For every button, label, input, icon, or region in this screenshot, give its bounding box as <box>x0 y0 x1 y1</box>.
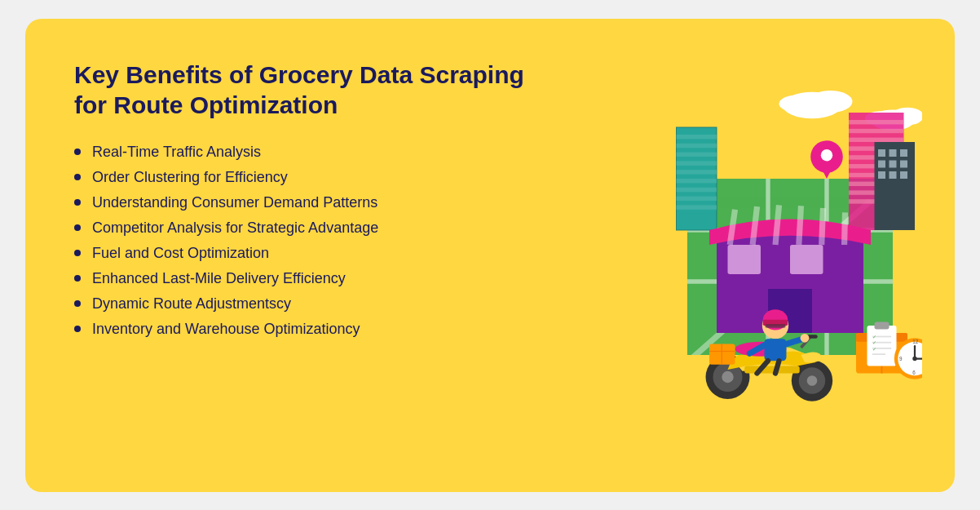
svg-point-75 <box>912 356 916 360</box>
svg-rect-96 <box>765 324 785 328</box>
svg-rect-25 <box>849 120 904 124</box>
svg-rect-26 <box>849 128 904 132</box>
svg-rect-41 <box>900 160 907 167</box>
svg-line-55 <box>799 206 801 245</box>
svg-text:✓: ✓ <box>872 339 876 345</box>
svg-rect-39 <box>878 160 885 167</box>
svg-rect-36 <box>878 149 885 157</box>
right-section: ✓ ✓ ✓ 12 3 6 9 <box>541 60 922 459</box>
bullet-item-5: Fuel and Cost Optimization <box>74 245 541 262</box>
svg-rect-38 <box>900 149 907 157</box>
bullet-text: Real-Time Traffic Analysis <box>92 144 261 161</box>
svg-point-85 <box>807 375 818 386</box>
svg-line-57 <box>845 212 845 245</box>
svg-rect-40 <box>890 160 897 167</box>
svg-point-102 <box>801 333 810 342</box>
bullet-dot <box>74 300 81 307</box>
bullet-list: Real-Time Traffic AnalysisOrder Clusteri… <box>74 144 541 346</box>
svg-rect-18 <box>677 161 717 165</box>
svg-line-54 <box>775 205 779 245</box>
bullet-item-7: Dynamic Route Adjustmentscy <box>74 295 541 313</box>
bullet-dot <box>74 199 81 206</box>
bullet-item-1: Real-Time Traffic Analysis <box>74 144 541 161</box>
bullet-text: Inventory and Warehouse Optimizationcy <box>92 321 360 338</box>
bullet-item-6: Enhanced Last-Mile Delivery Efficiency <box>74 270 541 287</box>
main-card: Key Benefits of Grocery Data Scraping fo… <box>25 19 955 492</box>
svg-rect-63 <box>875 322 890 329</box>
svg-text:✓: ✓ <box>872 345 876 351</box>
bullet-dot <box>74 326 81 332</box>
svg-rect-20 <box>677 179 717 183</box>
main-title: Key Benefits of Grocery Data Scraping fo… <box>74 60 541 121</box>
svg-rect-62 <box>867 326 897 366</box>
svg-rect-44 <box>900 171 907 179</box>
bullet-text: Understanding Consumer Demand Patterns <box>92 194 377 211</box>
svg-rect-17 <box>677 152 717 156</box>
bullet-item-8: Inventory and Warehouse Optimizationcy <box>74 321 541 338</box>
bullet-item-4: Competitor Analysis for Strategic Advant… <box>74 220 541 237</box>
svg-rect-27 <box>849 137 904 141</box>
svg-rect-19 <box>677 170 717 174</box>
svg-rect-16 <box>677 143 717 147</box>
svg-rect-21 <box>677 187 717 191</box>
bullet-text: Order Clustering for Efficiency <box>92 169 288 186</box>
svg-rect-42 <box>878 171 885 179</box>
svg-rect-37 <box>890 149 897 157</box>
bullet-text: Dynamic Route Adjustmentscy <box>92 295 291 313</box>
svg-line-56 <box>822 208 823 245</box>
bullet-dot <box>74 224 81 231</box>
svg-rect-89 <box>744 366 800 373</box>
bullet-text: Competitor Analysis for Strategic Advant… <box>92 220 378 237</box>
svg-text:6: 6 <box>912 370 916 375</box>
left-section: Key Benefits of Grocery Data Scraping fo… <box>74 60 541 459</box>
svg-text:12: 12 <box>912 338 919 344</box>
bullet-dot <box>74 250 81 256</box>
bullet-dot <box>74 275 81 282</box>
svg-rect-23 <box>677 205 717 209</box>
svg-text:✓: ✓ <box>872 334 876 339</box>
svg-rect-15 <box>677 135 717 139</box>
bullet-item-3: Understanding Consumer Demand Patterns <box>74 194 541 211</box>
svg-point-82 <box>722 370 733 382</box>
svg-rect-22 <box>677 196 717 200</box>
bullet-item-2: Order Clustering for Efficiency <box>74 169 541 186</box>
svg-point-47 <box>821 149 832 161</box>
bullet-dot <box>74 149 81 155</box>
bullet-dot <box>74 174 81 180</box>
svg-rect-43 <box>890 171 897 179</box>
svg-line-101 <box>775 361 779 373</box>
svg-text:9: 9 <box>899 356 903 361</box>
bullet-text: Fuel and Cost Optimization <box>92 245 269 262</box>
svg-rect-50 <box>728 245 761 274</box>
svg-point-3 <box>779 95 816 113</box>
illustration: ✓ ✓ ✓ 12 3 6 9 <box>541 60 922 459</box>
svg-rect-51 <box>790 245 823 274</box>
bullet-text: Enhanced Last-Mile Delivery Efficiency <box>92 270 346 287</box>
